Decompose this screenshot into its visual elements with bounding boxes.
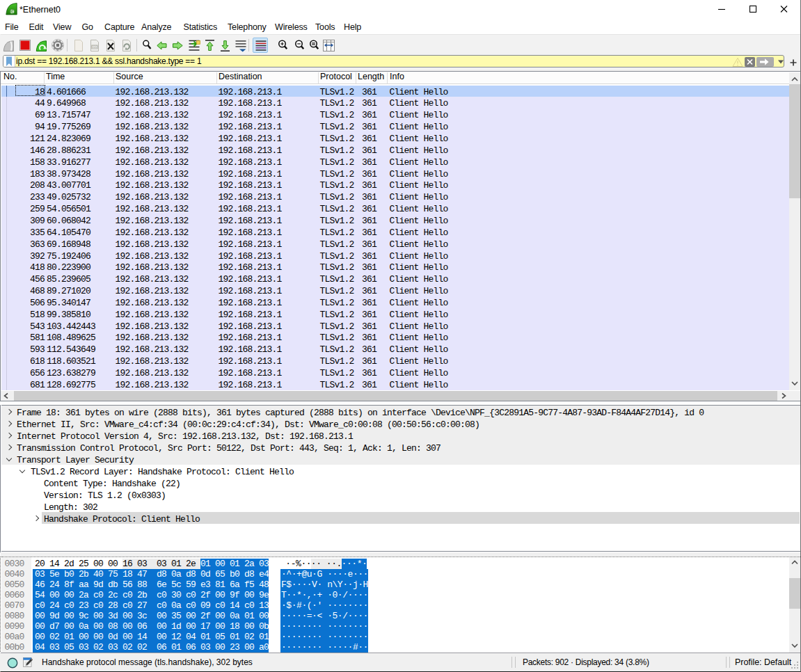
svg-text:010: 010 — [92, 45, 97, 49]
